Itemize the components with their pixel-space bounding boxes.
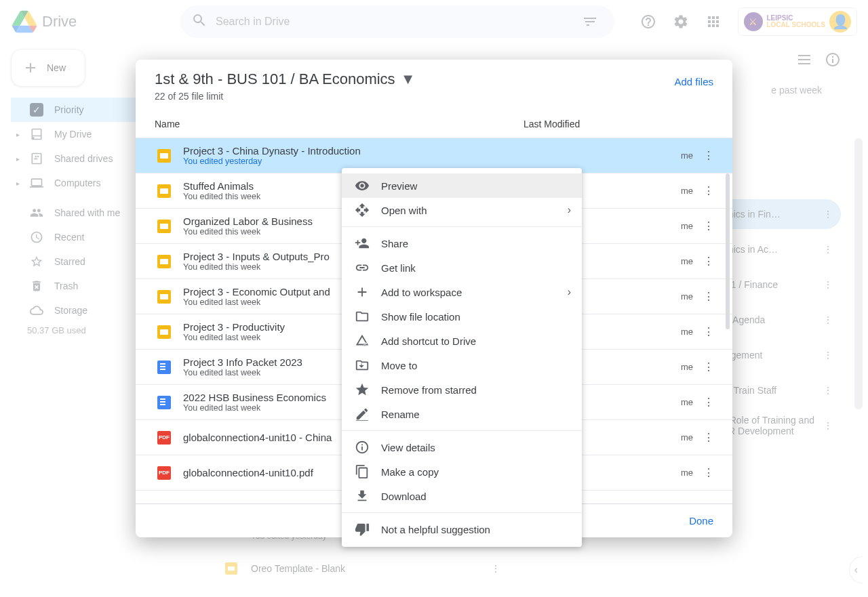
file-list-header: Name Last Modified xyxy=(136,113,732,138)
row-more-button[interactable]: ⋮ xyxy=(698,290,719,303)
file-owner: me xyxy=(625,186,693,196)
dialog-title: 1st & 9th - BUS 101 / BA Economics xyxy=(155,70,395,88)
menu-item-label: Show file location xyxy=(381,311,460,323)
file-owner: me xyxy=(625,468,693,478)
column-name[interactable]: Name xyxy=(155,119,524,129)
file-owner: me xyxy=(625,397,693,407)
menu-item-open-with[interactable]: Open with› xyxy=(342,198,582,222)
context-menu: PreviewOpen with›ShareGet linkAdd to wor… xyxy=(342,168,582,547)
row-more-button[interactable]: ⋮ xyxy=(698,431,719,444)
menu-item-label: Remove from starred xyxy=(381,384,477,396)
menu-item-preview[interactable]: Preview xyxy=(342,173,582,198)
menu-item-get-link[interactable]: Get link xyxy=(342,255,582,280)
dropdown-icon[interactable]: ▼ xyxy=(401,70,416,88)
menu-item-label: Share xyxy=(381,238,408,249)
row-more-button[interactable]: ⋮ xyxy=(698,325,719,338)
menu-item-label: Add to workspace xyxy=(381,287,462,298)
menu-item-remove-from-starred[interactable]: Remove from starred xyxy=(342,377,582,402)
menu-item-add-shortcut-to-drive[interactable]: Add shortcut to Drive xyxy=(342,329,582,353)
file-name: Project 3 - China Dynasty - Introduction xyxy=(183,145,625,157)
row-more-button[interactable]: ⋮ xyxy=(698,184,719,197)
folder-icon xyxy=(353,309,372,324)
info-icon xyxy=(353,440,372,455)
file-owner: me xyxy=(625,327,693,337)
chevron-right-icon: › xyxy=(568,204,571,216)
file-owner: me xyxy=(625,362,693,372)
menu-item-label: Rename xyxy=(381,409,420,420)
move-to-icon xyxy=(353,358,372,373)
menu-item-download[interactable]: Download xyxy=(342,484,582,508)
slides-file-icon xyxy=(155,290,174,304)
person-plus-icon xyxy=(353,236,372,251)
file-owner: me xyxy=(625,256,693,266)
menu-item-rename[interactable]: Rename xyxy=(342,402,582,426)
slides-file-icon xyxy=(155,255,174,268)
star-filled-icon xyxy=(353,382,372,397)
pdf-file-icon: PDF xyxy=(155,431,174,445)
menu-item-add-to-workspace[interactable]: Add to workspace› xyxy=(342,280,582,304)
add-files-button[interactable]: Add files xyxy=(674,76,713,87)
pencil-icon xyxy=(353,407,372,421)
column-modified[interactable]: Last Modified xyxy=(524,119,713,129)
file-owner: me xyxy=(625,150,693,161)
menu-item-label: Move to xyxy=(381,360,417,371)
dialog-subtitle: 22 of 25 file limit xyxy=(155,91,415,102)
menu-item-label: Preview xyxy=(381,180,417,192)
docs-file-icon xyxy=(155,396,174,409)
menu-item-not-a-helpful-suggestion[interactable]: Not a helpful suggestion xyxy=(342,517,582,541)
menu-item-make-a-copy[interactable]: Make a copy xyxy=(342,459,582,484)
drive-shortcut-icon xyxy=(353,333,372,348)
menu-item-move-to[interactable]: Move to xyxy=(342,353,582,377)
menu-item-label: Get link xyxy=(381,262,416,274)
slides-file-icon xyxy=(155,220,174,233)
chevron-right-icon: › xyxy=(568,286,571,298)
file-subtext: You edited yesterday xyxy=(183,157,625,166)
menu-divider xyxy=(342,430,582,431)
plus-icon xyxy=(353,285,372,300)
copy-icon xyxy=(353,464,372,479)
row-more-button[interactable]: ⋮ xyxy=(698,361,719,373)
thumbs-down-icon xyxy=(353,522,372,537)
eye-icon xyxy=(353,178,372,193)
menu-divider xyxy=(342,512,582,513)
row-more-button[interactable]: ⋮ xyxy=(698,255,719,268)
menu-item-share[interactable]: Share xyxy=(342,231,582,255)
file-owner: me xyxy=(625,221,693,231)
row-more-button[interactable]: ⋮ xyxy=(698,466,719,479)
docs-file-icon xyxy=(155,361,174,374)
menu-item-show-file-location[interactable]: Show file location xyxy=(342,304,582,329)
slides-file-icon xyxy=(155,184,174,198)
file-owner: me xyxy=(625,432,693,442)
menu-item-label: Add shortcut to Drive xyxy=(381,335,476,347)
slides-file-icon xyxy=(155,325,174,339)
menu-item-label: Make a copy xyxy=(381,466,439,478)
pdf-file-icon: PDF xyxy=(155,466,174,480)
menu-item-label: Not a helpful suggestion xyxy=(381,524,490,535)
menu-divider xyxy=(342,226,582,227)
row-more-button[interactable]: ⋮ xyxy=(698,149,719,162)
menu-item-view-details[interactable]: View details xyxy=(342,435,582,459)
menu-item-label: Download xyxy=(381,491,427,502)
dialog-scrollbar[interactable] xyxy=(726,173,730,329)
done-button[interactable]: Done xyxy=(689,515,713,527)
row-more-button[interactable]: ⋮ xyxy=(698,396,719,409)
move-arrows-icon xyxy=(353,203,372,218)
slides-file-icon xyxy=(155,149,174,163)
file-owner: me xyxy=(625,291,693,302)
link-icon xyxy=(353,260,372,275)
row-more-button[interactable]: ⋮ xyxy=(698,220,719,232)
menu-item-label: View details xyxy=(381,442,435,453)
download-icon xyxy=(353,489,372,503)
menu-item-label: Open with xyxy=(381,205,427,216)
